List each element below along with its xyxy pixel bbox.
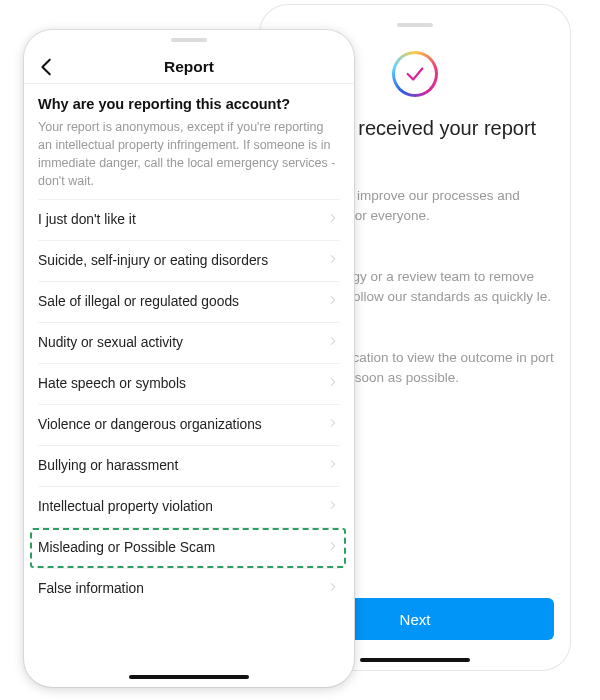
chevron-right-icon xyxy=(328,293,338,311)
checkmark-icon xyxy=(404,63,426,85)
reason-label: Misleading or Possible Scam xyxy=(38,540,215,555)
drag-handle[interactable] xyxy=(397,23,433,27)
report-reason[interactable]: Nudity or sexual activity xyxy=(38,322,340,363)
chevron-right-icon xyxy=(328,539,338,557)
success-check-icon xyxy=(390,49,440,99)
report-reason[interactable]: Bullying or harassment xyxy=(38,445,340,486)
report-reason[interactable]: False information xyxy=(38,568,340,609)
reason-label: Nudity or sexual activity xyxy=(38,335,183,350)
reason-label: Suicide, self-injury or eating disorders xyxy=(38,253,268,268)
report-reason[interactable]: Suicide, self-injury or eating disorders xyxy=(38,240,340,281)
chevron-right-icon xyxy=(328,334,338,352)
report-title: Report xyxy=(164,58,214,76)
chevron-right-icon xyxy=(328,498,338,516)
report-question: Why are you reporting this account? xyxy=(38,96,340,112)
home-indicator-icon xyxy=(360,658,470,662)
report-subtitle: Your report is anonymous, except if you'… xyxy=(38,118,340,191)
reason-label: Violence or dangerous organizations xyxy=(38,417,262,432)
report-reason[interactable]: Hate speech or symbols xyxy=(38,363,340,404)
report-reason[interactable]: Intellectual property violation xyxy=(38,486,340,527)
reason-label: I just don't like it xyxy=(38,212,136,227)
home-indicator-icon xyxy=(129,675,249,679)
report-reason[interactable]: Sale of illegal or regulated goods xyxy=(38,281,340,322)
report-reason[interactable]: Violence or dangerous organizations xyxy=(38,404,340,445)
chevron-right-icon xyxy=(328,580,338,598)
reason-label: Bullying or harassment xyxy=(38,458,178,473)
reason-label: Intellectual property violation xyxy=(38,499,213,514)
chevron-right-icon xyxy=(328,211,338,229)
report-header: Report xyxy=(24,50,354,84)
reason-label: Hate speech or symbols xyxy=(38,376,186,391)
drag-handle[interactable] xyxy=(171,38,207,42)
reason-label: Sale of illegal or regulated goods xyxy=(38,294,239,309)
back-button[interactable] xyxy=(36,56,58,78)
report-sheet: Report Why are you reporting this accoun… xyxy=(24,30,354,687)
report-reason[interactable]: I just don't like it xyxy=(38,199,340,240)
chevron-right-icon xyxy=(328,252,338,270)
chevron-left-icon xyxy=(36,56,58,78)
chevron-right-icon xyxy=(328,375,338,393)
report-reason[interactable]: Misleading or Possible Scam xyxy=(38,527,340,568)
reason-label: False information xyxy=(38,581,144,596)
chevron-right-icon xyxy=(328,416,338,434)
chevron-right-icon xyxy=(328,457,338,475)
